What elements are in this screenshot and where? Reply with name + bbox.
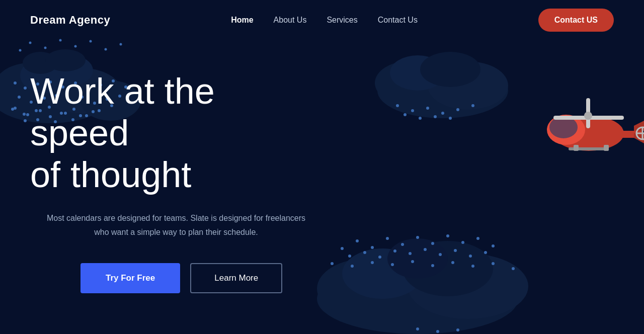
svg-point-65 — [471, 104, 474, 107]
svg-point-57 — [428, 61, 508, 110]
svg-point-95 — [469, 255, 472, 258]
svg-point-61 — [411, 109, 414, 112]
svg-point-86 — [492, 244, 495, 247]
brand-logo: Dream Agency — [30, 14, 110, 27]
nav-link-services[interactable]: Services — [327, 16, 357, 24]
svg-rect-118 — [604, 145, 609, 151]
svg-point-108 — [436, 330, 439, 333]
svg-point-74 — [403, 241, 493, 296]
svg-point-63 — [441, 112, 444, 115]
learn-more-button[interactable]: Learn More — [190, 263, 282, 293]
svg-rect-113 — [619, 131, 644, 138]
svg-point-59 — [420, 52, 480, 87]
svg-point-100 — [391, 263, 394, 266]
cloud-top-right — [367, 40, 518, 121]
nav-item-about[interactable]: About Us — [274, 16, 307, 25]
svg-point-64 — [456, 108, 459, 111]
svg-point-102 — [431, 264, 434, 267]
svg-point-85 — [476, 237, 479, 240]
svg-point-104 — [471, 265, 474, 268]
nav-item-home[interactable]: Home — [231, 16, 253, 25]
svg-rect-117 — [574, 145, 579, 151]
svg-point-101 — [411, 260, 414, 263]
hero-heading-line2: of thought — [30, 154, 191, 195]
svg-point-60 — [396, 104, 399, 107]
nav-link-contact[interactable]: Contact Us — [378, 16, 418, 24]
svg-point-67 — [419, 117, 422, 120]
svg-point-58 — [390, 55, 445, 91]
svg-point-75 — [387, 238, 448, 279]
svg-rect-120 — [586, 98, 590, 128]
svg-point-69 — [449, 117, 452, 120]
svg-point-79 — [386, 237, 389, 240]
svg-point-84 — [461, 241, 464, 244]
svg-point-106 — [512, 267, 515, 270]
svg-point-112 — [549, 116, 578, 138]
svg-point-82 — [431, 242, 434, 245]
svg-point-99 — [371, 261, 374, 264]
try-for-free-button[interactable]: Try For Free — [80, 263, 180, 293]
svg-point-94 — [454, 249, 457, 252]
svg-point-89 — [378, 256, 381, 259]
svg-rect-116 — [569, 147, 609, 150]
svg-point-96 — [484, 251, 487, 254]
svg-point-88 — [363, 251, 366, 254]
nav-item-contact[interactable]: Contact Us — [378, 16, 418, 25]
svg-point-111 — [547, 115, 585, 145]
svg-point-110 — [553, 116, 624, 151]
svg-point-55 — [377, 63, 508, 118]
svg-point-56 — [375, 60, 450, 106]
svg-point-62 — [426, 107, 429, 110]
nav-links: Home About Us Services Contact Us — [231, 16, 418, 25]
svg-point-68 — [434, 115, 437, 118]
hero-heading-line1: Work at the speed — [30, 71, 215, 153]
hero-section: Work at the speed of thought Most calend… — [0, 40, 352, 293]
svg-point-121 — [584, 112, 592, 120]
nav-item-services[interactable]: Services — [327, 16, 357, 25]
contact-us-button[interactable]: Contact US — [538, 9, 614, 32]
nav-link-home[interactable]: Home — [231, 16, 253, 24]
hero-heading: Work at the speed of thought — [30, 70, 322, 195]
hero-buttons: Try For Free Learn More — [80, 263, 322, 293]
svg-point-77 — [356, 239, 359, 242]
svg-point-92 — [424, 248, 427, 251]
svg-point-91 — [409, 252, 412, 255]
svg-point-90 — [393, 249, 396, 253]
svg-marker-114 — [634, 121, 644, 131]
svg-point-80 — [401, 243, 404, 246]
svg-point-93 — [439, 253, 442, 256]
navbar: Dream Agency Home About Us Services Cont… — [0, 0, 644, 40]
hero-subtext: Most calendars are designed for teams. S… — [40, 211, 312, 238]
svg-point-81 — [416, 236, 419, 239]
svg-point-122 — [636, 127, 644, 139]
svg-point-105 — [492, 262, 495, 265]
svg-point-72 — [408, 254, 528, 319]
svg-point-83 — [446, 234, 449, 237]
svg-marker-115 — [634, 133, 644, 143]
helicopter-icon — [523, 55, 644, 176]
svg-point-103 — [451, 261, 454, 264]
svg-point-109 — [456, 328, 459, 331]
svg-point-107 — [416, 327, 419, 330]
svg-rect-119 — [553, 116, 624, 120]
svg-point-78 — [371, 246, 374, 249]
nav-link-about[interactable]: About Us — [274, 16, 307, 24]
svg-point-73 — [342, 248, 423, 299]
svg-point-66 — [404, 113, 407, 116]
